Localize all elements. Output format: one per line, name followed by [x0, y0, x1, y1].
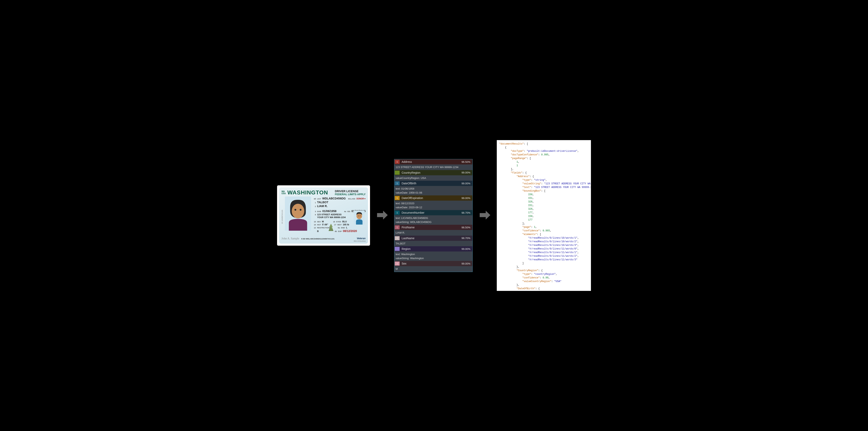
- field-row[interactable]: 1DateOfBirth99.00%text: 01/06/1958valueD…: [394, 181, 472, 195]
- rest-label: RESTRICTIONS: [317, 227, 331, 229]
- field-body-line: valueDate: 2020-08-12: [396, 205, 471, 209]
- arrow-icon: [479, 209, 491, 222]
- wgt-label: WGT: [337, 224, 342, 226]
- end-num: 9a: [337, 227, 340, 229]
- hgt-label: HGT: [317, 224, 321, 226]
- svg-point-2: [294, 209, 296, 211]
- last-name: TALBOT: [317, 200, 329, 204]
- federal-limits: FEDERAL LIMITS APPLY: [335, 193, 366, 196]
- rev-label: REV 07/01/2018: [354, 240, 366, 242]
- field-header[interactable]: 1Address96.50%: [394, 159, 472, 164]
- state-abbrev: WA USA: [281, 191, 286, 195]
- field-row[interactable]: 1Sex99.00%M: [394, 261, 472, 272]
- dd-value: WDLABCD456DG1234567XX1101: [306, 238, 334, 240]
- field-body-line: text: LIC#WDLABCD456DG: [396, 216, 471, 220]
- field-header[interactable]: 1Sex99.00%: [394, 261, 472, 266]
- eyes-value: BLU: [342, 220, 347, 223]
- field-badge: 1: [395, 262, 400, 266]
- lname-num: 1: [313, 201, 316, 204]
- hgt-num: 16: [313, 224, 316, 226]
- field-body: text: 08/12/2020valueDate: 2020-08-12: [394, 201, 472, 210]
- sex-label: SEX: [317, 221, 321, 223]
- field-body: text: WashingtonvalueString: Washington: [394, 252, 472, 261]
- field-body-line: 123 STREET ADDRESS YOUR CITY WA 99999-12…: [396, 165, 471, 169]
- portrait-photo: [285, 197, 311, 231]
- svg-point-6: [358, 216, 359, 216]
- lic-label: LIC#: [317, 198, 321, 200]
- field-name: Sex: [402, 262, 460, 265]
- field-body-line: valueString: Washington: [396, 256, 471, 260]
- extracted-fields-panel: 1Address96.50%123 STREET ADDRESS YOUR CI…: [394, 159, 473, 272]
- field-header[interactable]: 1DateOfBirth99.00%: [394, 181, 472, 186]
- field-body: valueCountryRegion: USA: [394, 175, 472, 181]
- field-row[interactable]: 1FirstName98.50%LIAM R.: [394, 225, 472, 236]
- dob-label: DOB: [317, 210, 321, 213]
- field-row[interactable]: 1DocumentNumber98.70%text: LIC#WDLABCD45…: [394, 210, 472, 225]
- usa-label: USA: [281, 193, 286, 195]
- field-body-line: LIAM R.: [396, 231, 471, 235]
- mini-portrait: [354, 210, 365, 225]
- exp-label: EXP: [338, 230, 342, 233]
- fname-num: 2: [313, 205, 316, 208]
- iss-num: 4a: [343, 210, 346, 213]
- field-header[interactable]: 1FirstName98.50%: [394, 225, 472, 230]
- document-title: DRIVER LICENSE: [335, 190, 366, 193]
- driver-license-card: WA USA WASHINGTON DRIVER LICENSE FEDERAL…: [279, 187, 368, 244]
- field-badge: 1: [395, 211, 400, 215]
- field-badge: 1: [395, 225, 400, 229]
- svg-point-7: [360, 216, 360, 216]
- field-row[interactable]: 1Address96.50%123 STREET ADDRESS YOUR CI…: [394, 159, 472, 170]
- veteran-label: Veteran: [357, 237, 366, 240]
- exp-num: 4b: [334, 230, 337, 233]
- field-body-line: TALBOT: [396, 242, 471, 246]
- field-row[interactable]: 1LastName98.70%TALBOT: [394, 236, 472, 246]
- dob-num: 3: [313, 210, 316, 213]
- field-header[interactable]: 1DateOfExpiration99.00%: [394, 195, 472, 201]
- field-row[interactable]: 1DateOfExpiration99.00%text: 08/12/2020v…: [394, 195, 472, 210]
- pipeline-stage: WA USA WASHINGTON DRIVER LICENSE FEDERAL…: [277, 140, 591, 291]
- field-header[interactable]: CountryRegion99.00%: [394, 170, 472, 175]
- field-confidence: 99.00%: [462, 262, 470, 265]
- license-number: WDLABCD456DG: [322, 197, 346, 200]
- field-confidence: 98.70%: [462, 237, 470, 240]
- exp-value: 08/12/2020: [343, 229, 357, 233]
- field-confidence: 99.00%: [462, 247, 470, 251]
- first-name: LIAM R.: [317, 204, 328, 208]
- field-badge: [395, 171, 400, 175]
- donor-badge: DONOR ♥: [356, 197, 366, 200]
- field-header[interactable]: 1DocumentNumber98.70%: [394, 210, 472, 215]
- field-name: DateOfExpiration: [402, 196, 460, 200]
- iss-label: ISS: [347, 210, 350, 213]
- field-name: DocumentNumber: [402, 211, 460, 214]
- field-confidence: 98.70%: [462, 211, 470, 214]
- donor-label: DONOR: [356, 197, 364, 200]
- field-name: Region: [402, 247, 460, 251]
- field-badge: 1: [395, 196, 400, 200]
- end-label: END: [341, 227, 345, 229]
- rest-value: B: [317, 230, 319, 233]
- field-badge: [395, 247, 400, 251]
- class-label: 9CLASS: [348, 198, 355, 200]
- id-card-container: WA USA WASHINGTON DRIVER LICENSE FEDERAL…: [277, 185, 370, 246]
- field-badge: 1: [395, 236, 400, 240]
- eyes-num: 18: [332, 221, 335, 223]
- field-row[interactable]: CountryRegion99.00%valueCountryRegion: U…: [394, 170, 472, 181]
- dd-label: 5 DD: [301, 238, 305, 240]
- svg-point-3: [300, 209, 301, 211]
- field-body: text: 01/06/1958valueDate: 1958-01-06: [394, 186, 472, 195]
- json-output-panel: "documentResults": [ { "docType": "prebu…: [497, 140, 591, 291]
- field-body-line: valueCountryRegion: USA: [396, 176, 471, 180]
- field-header[interactable]: Region99.00%: [394, 246, 472, 252]
- field-row[interactable]: Region99.00%text: WashingtonvalueString:…: [394, 246, 472, 261]
- sex-num: 15: [313, 221, 316, 223]
- field-body: 123 STREET ADDRESS YOUR CITY WA 99999-12…: [394, 164, 472, 170]
- sex-value: M: [322, 220, 324, 223]
- field-body-line: text: Washington: [396, 252, 471, 256]
- field-name: LastName: [402, 237, 460, 240]
- svg-point-1: [292, 204, 304, 219]
- card-body: 20 1234567XX1101 4d LIC#: [281, 197, 366, 237]
- field-confidence: 98.50%: [462, 226, 470, 229]
- field-header[interactable]: 1LastName98.70%: [394, 236, 472, 241]
- field-badge: 1: [395, 181, 400, 185]
- field-name: CountryRegion: [402, 171, 460, 174]
